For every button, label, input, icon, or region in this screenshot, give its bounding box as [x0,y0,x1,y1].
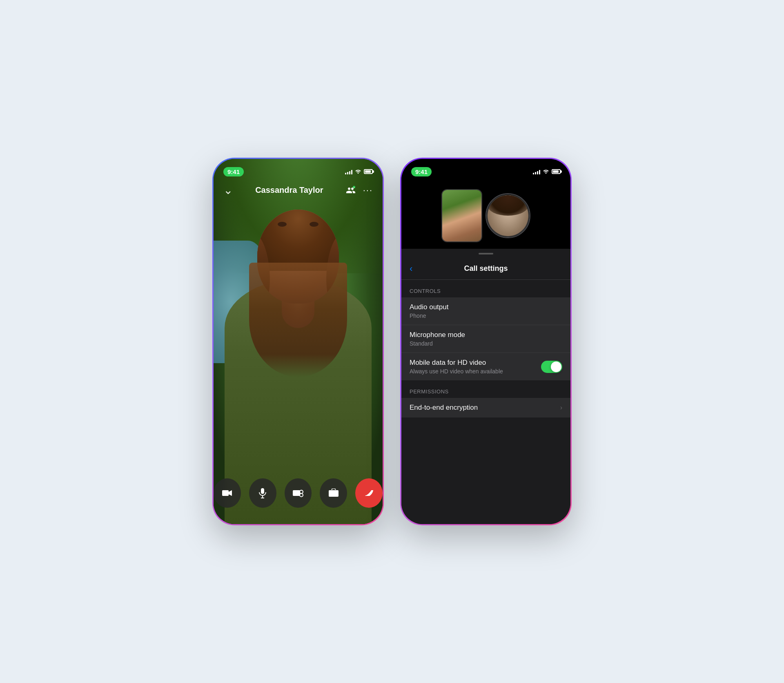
microphone-mode-text: Microphone mode Standard [410,331,465,347]
back-button[interactable]: ‹ [410,263,412,274]
thumbnail-2 [486,193,530,238]
svg-rect-3 [261,488,264,494]
flip-camera-button[interactable] [320,478,347,508]
audio-output-row[interactable]: Audio output Phone [401,297,570,325]
app-container: 9:41 [212,158,572,525]
back-icon[interactable]: ⌄ [223,183,233,197]
status-bar-right: 9:41 [401,159,570,179]
wifi-icon-right [543,168,549,175]
microphone-mode-subtitle: Standard [410,340,465,347]
time-left: 9:41 [223,167,244,176]
encryption-text: End-to-end encryption [410,404,478,412]
add-person-icon[interactable]: + [346,185,356,195]
status-icons-right [533,168,561,175]
end-call-button[interactable] [355,478,383,508]
permissions-group: End-to-end encryption › [401,398,570,417]
more-options-icon[interactable]: ··· [363,185,373,196]
thumbnail-1 [441,189,482,242]
svg-point-7 [300,490,303,493]
status-icons-left [345,168,373,175]
svg-rect-6 [293,490,300,496]
audio-output-title: Audio output [410,303,448,311]
hd-video-row[interactable]: Mobile data for HD video Always use HD v… [401,353,570,380]
call-header: ⌄ Cassandra Taylor + ··· [214,180,383,200]
svg-point-8 [300,493,303,497]
chevron-right-icon: › [560,404,562,411]
call-action-buttons: + ··· [346,185,373,196]
toggle-knob [551,362,561,372]
drag-indicator [479,253,493,254]
encryption-chevron-container: › [560,404,562,411]
call-thumbnails [441,189,530,242]
right-phone-frame: 9:41 [400,158,572,525]
sheet-title: Call settings [464,264,508,273]
video-button[interactable] [214,478,241,508]
svg-rect-2 [222,490,229,496]
encryption-row[interactable]: End-to-end encryption › [401,398,570,417]
signal-icon-left [345,169,352,174]
hd-video-text: Mobile data for HD video Always use HD v… [410,359,503,375]
battery-icon-right [552,169,561,174]
caller-name: Cassandra Taylor [255,185,323,195]
battery-icon-left [364,169,373,174]
controls-group: Audio output Phone Microphone mode Stand… [401,297,570,380]
audio-output-text: Audio output Phone [410,303,448,319]
mic-button[interactable] [249,478,276,508]
wifi-icon-left [355,168,361,175]
call-controls [214,478,383,508]
encryption-title: End-to-end encryption [410,404,478,412]
hd-video-subtitle: Always use HD video when available [410,368,503,375]
sheet-drag-area [401,249,570,258]
hd-video-toggle-container [541,361,562,373]
sheet-header: ‹ Call settings [401,258,570,280]
time-right: 9:41 [411,167,432,176]
hd-video-toggle[interactable] [541,361,562,373]
signal-icon-right [533,169,540,174]
microphone-mode-row[interactable]: Microphone mode Standard [401,325,570,353]
left-phone-frame: 9:41 [212,158,384,525]
effects-button[interactable] [285,478,312,508]
hd-video-title: Mobile data for HD video [410,359,503,367]
permissions-section-label: Permissions [401,380,570,398]
right-phone-inner: 9:41 [401,159,570,524]
svg-text:+: + [353,186,354,188]
audio-output-subtitle: Phone [410,312,448,319]
settings-sheet: ‹ Call settings Controls Audio output Ph… [401,258,570,524]
call-photos-area: 9:41 [401,159,570,249]
call-background [214,159,383,524]
controls-section-label: Controls [401,280,570,297]
microphone-mode-title: Microphone mode [410,331,465,339]
left-phone-inner: 9:41 [214,159,383,524]
status-bar-left: 9:41 [214,159,383,179]
